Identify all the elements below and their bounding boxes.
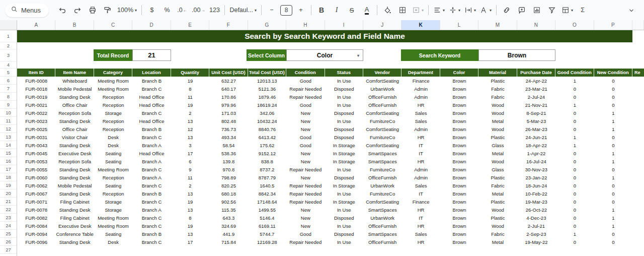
table-cell[interactable]: FUR-0031	[17, 133, 55, 141]
table-cell[interactable]: IT	[401, 189, 440, 198]
table-cell[interactable]: Standing Desk	[55, 173, 94, 181]
table-cell[interactable]: In Storage	[325, 141, 363, 149]
column-header-M[interactable]: M	[478, 20, 517, 30]
table-cell[interactable]: Branch A	[132, 141, 171, 149]
table-cell[interactable]: Finance	[401, 198, 440, 206]
table-cell[interactable]: 2-Jul-21	[517, 222, 555, 230]
table-cell[interactable]: IT	[401, 141, 440, 149]
table-cell[interactable]: UrbanWork	[363, 85, 401, 93]
table-cell[interactable]: 0	[594, 93, 632, 101]
increase-font-size-button[interactable]: +	[293, 4, 308, 17]
table-cell[interactable]: Brown	[440, 181, 478, 189]
table-cell[interactable]: 0	[555, 117, 594, 125]
column-header-C[interactable]: C	[94, 20, 132, 30]
table-cell[interactable]: 17148.64	[248, 198, 286, 206]
table-cell[interactable]: 0	[555, 165, 594, 173]
table-cell[interactable]: Conference Table	[55, 230, 94, 238]
table-cell[interactable]: 5-Mar-23	[517, 117, 555, 125]
table-cell[interactable]: 8	[171, 214, 209, 222]
table-cell[interactable]: 0	[555, 85, 594, 93]
borders-button[interactable]	[395, 4, 410, 17]
table-cell[interactable]: 17	[171, 149, 209, 157]
table-cell[interactable]: Branch C	[132, 109, 171, 117]
table-header-item-name[interactable]: Item Name	[55, 69, 94, 77]
table-cell[interactable]: Mobile Pedestal	[55, 181, 94, 189]
table-cell[interactable]: Fabric	[478, 85, 517, 93]
table-cell[interactable]: 170.86	[209, 93, 248, 101]
table-cell[interactable]: Branch B	[132, 77, 171, 85]
table-cell[interactable]: 1	[555, 141, 594, 149]
table-cell[interactable]: 6	[171, 157, 209, 165]
table-cell[interactable]: 12	[171, 125, 209, 133]
table-cell[interactable]: 18-Apr-22	[517, 141, 555, 149]
table-cell[interactable]: New	[286, 222, 325, 230]
table-cell[interactable]: 1	[555, 230, 594, 238]
table-cell[interactable]: Metal	[478, 117, 517, 125]
table-cell[interactable]: 13	[171, 206, 209, 214]
select-column-dropdown[interactable]: Color ▾	[286, 49, 363, 61]
table-cell[interactable]: Wood	[478, 222, 517, 230]
table-cell[interactable]: 8840.76	[248, 125, 286, 133]
table-cell[interactable]: Brown	[440, 93, 478, 101]
table-cell[interactable]: 9152.12	[248, 149, 286, 157]
row-number-5[interactable]: 5	[0, 69, 17, 77]
table-cell[interactable]: Executive Desk	[55, 149, 94, 157]
row-number-2[interactable]: 2	[0, 42, 17, 49]
table-cell[interactable]: 23-Jan-22	[517, 173, 555, 181]
table-cell[interactable]: ComfortSeating	[363, 141, 401, 149]
row-number-1[interactable]: 1	[0, 30, 17, 42]
italic-button[interactable]: I	[329, 4, 344, 17]
table-cell[interactable]: Disposed	[325, 133, 363, 141]
table-cell[interactable]: 324.69	[209, 222, 248, 230]
column-header-K[interactable]: K	[401, 20, 440, 30]
table-cell[interactable]: Whiteboard	[55, 77, 94, 85]
undo-button[interactable]	[55, 4, 70, 17]
table-cell[interactable]: In Use	[325, 222, 363, 230]
table-cell[interactable]: Good	[286, 101, 325, 109]
table-cell[interactable]: Desk	[94, 238, 132, 246]
table-cell[interactable]: Branch A	[132, 173, 171, 181]
table-cell[interactable]: Brown	[440, 149, 478, 157]
table-cell[interactable]: Standing Desk	[55, 165, 94, 173]
column-header-P[interactable]: P	[594, 20, 632, 30]
table-cell[interactable]: 13	[171, 133, 209, 141]
row-number-24[interactable]: 24	[0, 222, 17, 230]
table-cell[interactable]: 9	[171, 165, 209, 173]
table-cell[interactable]: New	[286, 157, 325, 165]
table-cell[interactable]: Sales	[401, 117, 440, 125]
percent-format-button[interactable]: %	[159, 4, 175, 17]
table-cell[interactable]: 11	[171, 173, 209, 181]
create-filter-button[interactable]	[544, 4, 559, 17]
table-cell[interactable]: ComfortSeating	[363, 77, 401, 85]
table-header-partial[interactable]: Re	[632, 69, 644, 77]
table-cell[interactable]: FUR-0021	[17, 101, 55, 109]
fill-color-button[interactable]	[380, 4, 395, 17]
table-cell[interactable]: 0	[555, 93, 594, 101]
table-cell[interactable]: Standing Desk	[55, 117, 94, 125]
table-cell[interactable]: FUR-0008	[17, 77, 55, 85]
horizontal-align-button[interactable]: ▾	[431, 4, 447, 17]
table-cell[interactable]: 0	[594, 189, 632, 198]
table-cell[interactable]: FUR-0082	[17, 214, 55, 222]
table-cell[interactable]: 58.54	[209, 141, 248, 149]
table-header-location[interactable]: Location	[132, 69, 171, 77]
table-cell[interactable]: 0	[555, 222, 594, 230]
table-cell[interactable]: FUR-0019	[17, 93, 55, 101]
table-cell[interactable]: 640.17	[209, 85, 248, 93]
redo-button[interactable]	[70, 4, 85, 17]
table-cell[interactable]: New	[286, 149, 325, 157]
table-cell[interactable]: Disposed	[325, 173, 363, 181]
row-number-9[interactable]: 9	[0, 101, 17, 109]
table-cell[interactable]: 0	[594, 181, 632, 189]
table-cell[interactable]: 1	[555, 133, 594, 141]
functions-button[interactable]: Σ	[575, 4, 590, 17]
table-cell[interactable]: Branch C	[132, 133, 171, 141]
insert-link-button[interactable]	[499, 4, 514, 17]
table-cell[interactable]: 13	[171, 189, 209, 198]
table-cell[interactable]: Branch C	[132, 165, 171, 173]
table-cell[interactable]: Meeting Room	[94, 222, 132, 230]
table-cell[interactable]: Admin	[401, 165, 440, 173]
table-cell[interactable]: Storage	[94, 198, 132, 206]
column-header-I[interactable]: I	[325, 20, 363, 30]
title-banner[interactable]: Search by Search Keyword and Field Name	[17, 30, 632, 42]
